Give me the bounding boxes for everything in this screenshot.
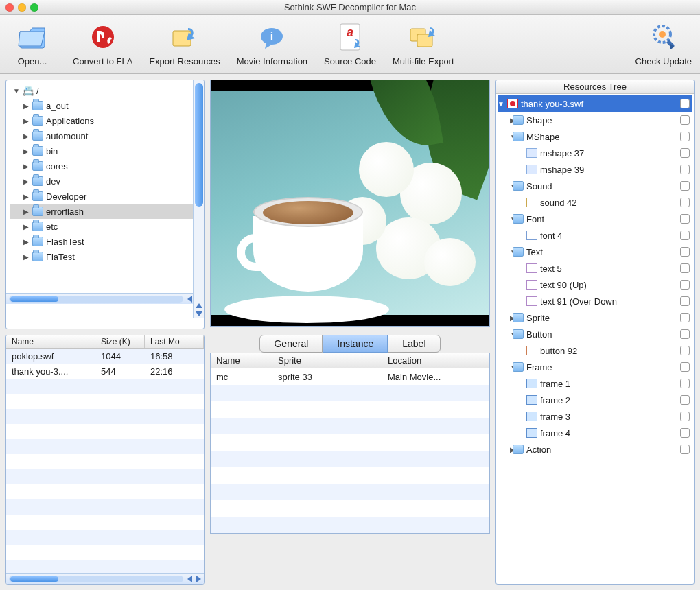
multifile-export-button[interactable]: Multi-file Export xyxy=(393,22,454,67)
col-inst-location[interactable]: Location xyxy=(382,353,489,368)
tree-item[interactable]: ▶FlaTest xyxy=(10,249,202,264)
shape-icon xyxy=(526,148,537,158)
table-row xyxy=(211,401,489,418)
checkbox[interactable] xyxy=(680,445,690,454)
folder-icon xyxy=(32,146,43,156)
checkbox[interactable] xyxy=(680,379,690,388)
table-row[interactable]: poklop.swf104416:58 xyxy=(6,349,204,364)
checkbox[interactable] xyxy=(680,214,690,224)
txt-icon xyxy=(526,280,537,290)
table-row xyxy=(211,517,489,533)
table-row xyxy=(6,394,204,409)
table-row xyxy=(6,379,204,394)
open-button[interactable]: Open... xyxy=(8,22,56,67)
checkbox[interactable] xyxy=(680,198,690,207)
txt-icon xyxy=(526,296,537,306)
col-size[interactable]: Size (K) xyxy=(95,335,145,348)
source-code-button[interactable]: a Source Code xyxy=(324,22,376,67)
movie-info-button[interactable]: i Movie Information xyxy=(237,22,307,67)
btn-icon xyxy=(526,346,537,355)
tree-item[interactable]: ▶cores xyxy=(10,158,202,174)
checkbox[interactable] xyxy=(680,148,690,158)
resource-group[interactable]: ▶Shape xyxy=(498,112,692,128)
table-row[interactable]: thank you-3....54422:16 xyxy=(6,364,204,379)
resource-child[interactable]: frame 4 xyxy=(498,425,692,441)
checkbox[interactable] xyxy=(680,428,690,438)
checkbox[interactable] xyxy=(680,346,690,355)
horizontal-scrollbar[interactable] xyxy=(6,573,204,584)
checkbox[interactable] xyxy=(680,280,690,290)
resource-group[interactable]: ▼Sound xyxy=(498,178,692,194)
resource-child[interactable]: text 91 (Over Down xyxy=(498,293,692,309)
resource-group[interactable]: ▼Frame xyxy=(498,359,692,375)
table-row[interactable]: mcsprite 33Main Movie... xyxy=(211,368,489,385)
tree-item[interactable]: ▶dev xyxy=(10,174,202,189)
tree-item[interactable]: ▶errorflash xyxy=(10,204,202,219)
tree-item[interactable]: ▶FlashTest xyxy=(10,234,202,249)
tree-item[interactable]: ▶a_out xyxy=(10,98,202,113)
resource-child[interactable]: mshape 37 xyxy=(498,145,692,161)
resource-child[interactable]: text 90 (Up) xyxy=(498,276,692,293)
checkbox[interactable] xyxy=(680,181,690,191)
resource-child[interactable]: frame 3 xyxy=(498,408,692,425)
resource-child[interactable]: button 92 xyxy=(498,342,692,359)
table-row xyxy=(211,500,489,517)
checkbox[interactable] xyxy=(680,99,690,108)
resource-group[interactable]: ▼Font xyxy=(498,211,692,227)
check-update-button[interactable]: Check Update xyxy=(635,22,692,67)
resource-child[interactable]: sound 42 xyxy=(498,194,692,211)
col-mod[interactable]: Last Mo xyxy=(145,335,204,348)
export-icon xyxy=(170,22,200,52)
tree-item[interactable]: ▶automount xyxy=(10,128,202,143)
resource-child[interactable]: frame 1 xyxy=(498,375,692,392)
checkbox[interactable] xyxy=(680,329,690,339)
folder-icon xyxy=(32,161,43,171)
update-icon xyxy=(649,22,679,52)
convert-fla-button[interactable]: Convert to FLA xyxy=(73,22,132,67)
file-list-header[interactable]: Name Size (K) Last Mo xyxy=(6,335,204,349)
tree-item[interactable]: ▶bin xyxy=(10,143,202,158)
checkbox[interactable] xyxy=(680,395,690,405)
horizontal-scrollbar[interactable] xyxy=(6,293,204,304)
folder-icon xyxy=(32,116,43,126)
vertical-scrollbar[interactable] xyxy=(193,80,204,318)
checkbox[interactable] xyxy=(680,165,690,174)
export-resources-button[interactable]: Export Resources xyxy=(149,22,220,67)
col-inst-name[interactable]: Name xyxy=(211,353,272,368)
col-name[interactable]: Name xyxy=(6,335,95,348)
checkbox[interactable] xyxy=(680,132,690,141)
resource-root[interactable]: ▼thank you-3.swf xyxy=(498,95,692,112)
tree-root[interactable]: ▼📇/ xyxy=(10,83,202,98)
resource-child[interactable]: mshape 39 xyxy=(498,161,692,178)
resource-child[interactable]: frame 2 xyxy=(498,392,692,408)
checkbox[interactable] xyxy=(680,313,690,322)
checkbox[interactable] xyxy=(680,362,690,372)
folder-tree-panel: ▼📇/▶a_out▶Applications▶automount▶bin▶cor… xyxy=(5,80,205,329)
swf-preview xyxy=(210,80,490,327)
folder-icon xyxy=(32,191,43,201)
tab-general[interactable]: General xyxy=(259,335,323,353)
resource-group[interactable]: ▼Text xyxy=(498,244,692,260)
resource-child[interactable]: font 4 xyxy=(498,227,692,244)
tree-item[interactable]: ▶etc xyxy=(10,219,202,234)
resource-group[interactable]: ▶Action xyxy=(498,441,692,458)
table-row xyxy=(6,545,204,560)
resource-group[interactable]: ▶Sprite xyxy=(498,309,692,326)
checkbox[interactable] xyxy=(680,263,690,273)
frm-icon xyxy=(526,379,537,388)
resource-group[interactable]: ▼Button xyxy=(498,326,692,342)
tab-instance[interactable]: Instance xyxy=(323,335,388,353)
checkbox[interactable] xyxy=(680,412,690,421)
checkbox[interactable] xyxy=(680,247,690,257)
checkbox[interactable] xyxy=(680,115,690,125)
resource-group[interactable]: ▼MShape xyxy=(498,128,692,145)
col-inst-sprite[interactable]: Sprite xyxy=(272,353,382,368)
tree-item[interactable]: ▶Developer xyxy=(10,189,202,204)
info-icon: i xyxy=(257,22,287,52)
checkbox[interactable] xyxy=(680,231,690,240)
tab-label[interactable]: Label xyxy=(388,335,440,353)
checkbox[interactable] xyxy=(680,296,690,306)
tree-item[interactable]: ▶Applications xyxy=(10,113,202,128)
resource-child[interactable]: text 5 xyxy=(498,260,692,276)
instance-table: Name Sprite Location mcsprite 33Main Mov… xyxy=(210,353,490,534)
